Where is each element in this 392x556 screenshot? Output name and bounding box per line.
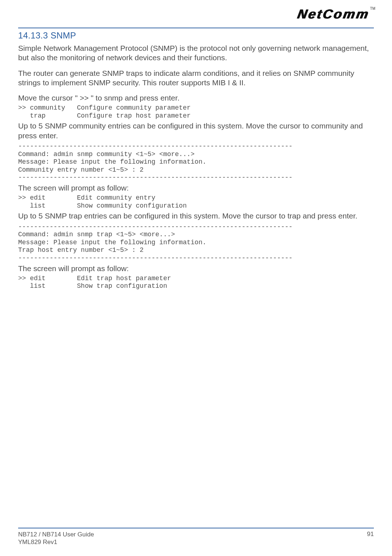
brand-logo: NetCommTM <box>298 7 375 22</box>
footer-divider <box>18 528 374 528</box>
footer-left-block: NB712 / NB714 User Guide YML829 Rev1 <box>18 531 94 546</box>
paragraph-community-entries: Up to 5 SNMP community entries can be co… <box>18 121 374 140</box>
terminal-output-snmp-menu: >> community Configure community paramet… <box>18 104 374 120</box>
terminal-output-trap-command: ----------------------------------------… <box>18 223 374 262</box>
section-heading: 14.13.3 SNMP <box>18 30 374 41</box>
paragraph-trap-entries: Up to 5 SNMP trap entries can be configu… <box>18 211 374 221</box>
footer-page-number: 91 <box>367 531 374 538</box>
paragraph-intro-2: The router can generate SNMP traps to in… <box>18 69 374 88</box>
terminal-output-trap-menu: >> edit Edit trap host parameter list Sh… <box>18 275 374 290</box>
footer-guide-title: NB712 / NB714 User Guide <box>18 531 94 538</box>
page-footer: NB712 / NB714 User Guide YML829 Rev1 91 <box>18 528 374 546</box>
terminal-output-community-menu: >> edit Edit community entry list Show c… <box>18 194 374 210</box>
footer-revision: YML829 Rev1 <box>18 538 94 546</box>
paragraph-prompt-1: The screen will prompt as follow: <box>18 183 374 193</box>
terminal-output-community-command: ----------------------------------------… <box>18 143 374 182</box>
page-container: NetCommTM 14.13.3 SNMP Simple Network Ma… <box>0 0 392 556</box>
paragraph-prompt-2: The screen will prompt as follow: <box>18 264 374 273</box>
paragraph-intro-1: Simple Network Management Protocol (SNMP… <box>18 44 374 63</box>
brand-logo-text: NetComm <box>296 7 371 22</box>
paragraph-cursor-instruction: Move the cursor " >> " to snmp and press… <box>18 93 374 103</box>
header-divider <box>18 28 374 28</box>
trademark-symbol: TM <box>370 7 375 11</box>
